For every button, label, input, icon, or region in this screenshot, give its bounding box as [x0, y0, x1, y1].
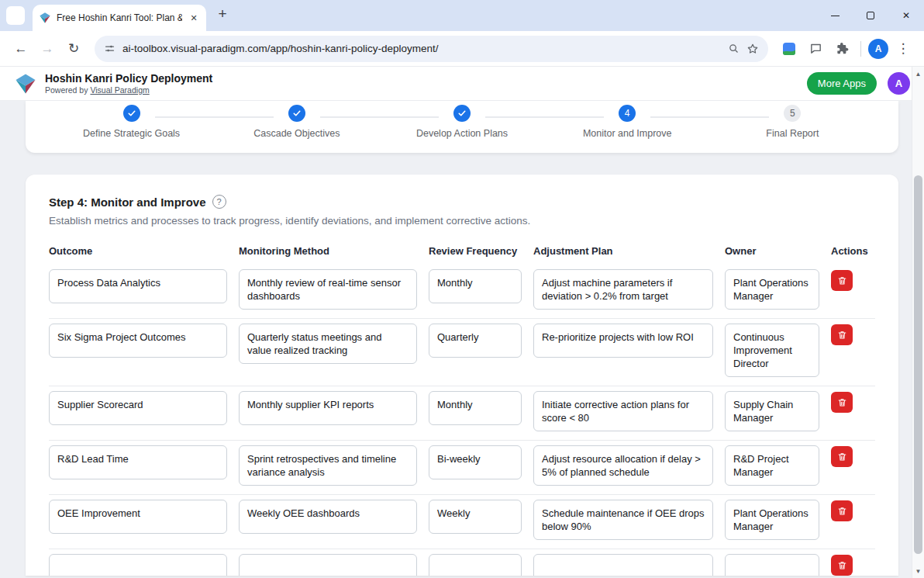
- delete-row-button[interactable]: [831, 270, 853, 291]
- outcome-field[interactable]: [49, 554, 227, 576]
- step-develop-action-plans[interactable]: Develop Action Plans: [379, 105, 544, 139]
- column-header-review-frequency: Review Frequency: [429, 245, 522, 257]
- adjustment-plan-field[interactable]: [533, 554, 713, 576]
- review-frequency-field[interactable]: [429, 554, 522, 576]
- monitoring-method-field[interactable]: Monthly review of real-time sensor dashb…: [239, 269, 417, 310]
- adjustment-plan-field[interactable]: Re-prioritize projects with low ROI: [533, 324, 713, 358]
- app-header: Hoshin Kanri Policy Deployment Powered b…: [0, 67, 924, 101]
- step-cascade-objectives[interactable]: Cascade Objectives: [214, 105, 379, 139]
- monitoring-method-field[interactable]: Weekly OEE dashboards: [239, 500, 417, 534]
- review-frequency-field[interactable]: Monthly: [429, 269, 522, 303]
- tab-favicon-icon: [39, 12, 51, 24]
- site-info-icon[interactable]: [104, 43, 116, 54]
- delete-row-button[interactable]: [831, 324, 853, 345]
- table-row: OEE Improvement Weekly OEE dashboards We…: [49, 495, 875, 549]
- step-number-badge: 4: [619, 105, 636, 122]
- step-final-report[interactable]: 5 Final Report: [710, 105, 875, 139]
- step-heading-row: Step 4: Monitor and Improve ?: [49, 195, 875, 209]
- monitoring-method-field[interactable]: Quarterly status meetings and value real…: [239, 324, 417, 364]
- monitoring-method-field[interactable]: Monthly supplier KPI reports: [239, 391, 417, 425]
- column-header-outcome: Outcome: [49, 245, 227, 257]
- more-apps-button[interactable]: More Apps: [807, 72, 877, 95]
- step-define-strategic-goals[interactable]: Define Strategic Goals: [49, 105, 214, 139]
- powered-by-text: Powered by: [45, 85, 88, 95]
- window-close-button[interactable]: ✕: [888, 0, 924, 31]
- page-scrollbar[interactable]: ▲ ▼: [912, 67, 924, 578]
- step-card: Step 4: Monitor and Improve ? Establish …: [26, 175, 898, 576]
- review-frequency-field[interactable]: Monthly: [429, 391, 522, 425]
- url-text: ai-toolbox.visual-paradigm.com/app/hoshi…: [122, 43, 721, 54]
- step-connector: [320, 116, 439, 118]
- new-tab-button[interactable]: +: [212, 4, 233, 24]
- visual-paradigm-link[interactable]: Visual Paradigm: [90, 85, 149, 95]
- back-button[interactable]: ←: [9, 37, 33, 61]
- tab-title: Free Hoshin Kanri Tool: Plan & E: [57, 12, 182, 23]
- browser-tab[interactable]: Free Hoshin Kanri Tool: Plan & E ✕: [33, 5, 206, 31]
- reload-button[interactable]: ↻: [62, 37, 85, 61]
- tab-search-button[interactable]: [6, 6, 25, 25]
- toolbar-divider: [860, 41, 861, 57]
- delete-row-button[interactable]: [831, 392, 853, 413]
- menu-icon[interactable]: ⋮: [891, 37, 915, 61]
- review-frequency-field[interactable]: Weekly: [429, 500, 522, 534]
- tab-close-icon[interactable]: ✕: [188, 12, 200, 24]
- step-label: Monitor and Improve: [583, 128, 672, 139]
- step-number-badge: 5: [784, 105, 801, 122]
- delete-row-button[interactable]: [831, 500, 853, 521]
- header-actions: More Apps A: [807, 72, 910, 95]
- owner-field[interactable]: Supply Chain Manager: [725, 391, 819, 431]
- monitoring-method-field[interactable]: Sprint retrospectives and timeline varia…: [239, 445, 417, 486]
- help-icon[interactable]: ?: [212, 195, 226, 209]
- column-header-monitoring-method: Monitoring Method: [239, 245, 417, 257]
- step-label: Final Report: [766, 128, 819, 139]
- window-controls: ✕: [817, 0, 924, 31]
- outcome-field[interactable]: R&D Lead Time: [49, 445, 227, 479]
- column-header-owner: Owner: [725, 245, 819, 257]
- adjustment-plan-field[interactable]: Initiate corrective action plans for sco…: [533, 391, 713, 431]
- step-completed-icon: [288, 105, 305, 122]
- step-connector: [485, 116, 604, 118]
- owner-field[interactable]: Continuous Improvement Director: [725, 324, 819, 377]
- pinned-extension-icon[interactable]: [777, 37, 801, 61]
- browser-profile-avatar[interactable]: A: [868, 39, 888, 59]
- outcome-field[interactable]: Six Sigma Project Outcomes: [49, 324, 227, 358]
- owner-field[interactable]: Plant Operations Manager: [725, 269, 819, 310]
- user-avatar[interactable]: A: [888, 72, 910, 95]
- owner-field[interactable]: Plant Operations Manager: [725, 500, 819, 540]
- monitoring-method-field[interactable]: [239, 554, 417, 576]
- forward-button[interactable]: →: [36, 37, 59, 61]
- outcome-field[interactable]: OEE Improvement: [49, 500, 227, 534]
- step-connector: [650, 116, 769, 118]
- scroll-down-icon[interactable]: ▼: [912, 566, 924, 576]
- scrollbar-thumb[interactable]: [914, 175, 922, 554]
- window-maximize-button[interactable]: [853, 0, 888, 31]
- zoom-icon[interactable]: [728, 43, 740, 54]
- browser-toolbar: ← → ↻ ai-toolbox.visual-paradigm.com/app…: [0, 31, 924, 67]
- review-frequency-field[interactable]: Quarterly: [429, 324, 522, 358]
- outcome-field[interactable]: Process Data Analytics: [49, 269, 227, 303]
- outcome-field[interactable]: Supplier Scorecard: [49, 391, 227, 425]
- step-label: Cascade Objectives: [253, 128, 340, 139]
- step-monitor-and-improve[interactable]: 4 Monitor and Improve: [545, 105, 710, 139]
- window-minimize-button[interactable]: [817, 0, 853, 31]
- delete-row-button[interactable]: [831, 555, 853, 576]
- address-bar[interactable]: ai-toolbox.visual-paradigm.com/app/hoshi…: [95, 36, 768, 62]
- review-frequency-field[interactable]: Bi-weekly: [429, 445, 522, 479]
- scroll-up-icon[interactable]: ▲: [912, 68, 924, 79]
- column-header-adjustment-plan: Adjustment Plan: [533, 245, 713, 257]
- owner-field[interactable]: R&D Project Manager: [725, 445, 819, 486]
- extensions-icon[interactable]: [830, 37, 853, 61]
- step-heading: Step 4: Monitor and Improve: [49, 196, 206, 209]
- step-completed-icon: [453, 105, 471, 122]
- owner-field[interactable]: [725, 554, 819, 576]
- bookmark-star-icon[interactable]: [746, 43, 759, 55]
- delete-row-button[interactable]: [831, 446, 853, 467]
- chat-icon[interactable]: [804, 37, 827, 61]
- adjustment-plan-field[interactable]: Schedule maintenance if OEE drops below …: [533, 500, 713, 540]
- browser-tab-strip: Free Hoshin Kanri Tool: Plan & E ✕ + ✕: [0, 0, 924, 31]
- table-row: R&D Lead Time Sprint retrospectives and …: [49, 441, 875, 495]
- adjustment-plan-field[interactable]: Adjust machine parameters if deviation >…: [533, 269, 713, 310]
- step-completed-icon: [123, 105, 140, 122]
- adjustment-plan-field[interactable]: Adjust resource allocation if delay > 5%…: [533, 445, 713, 486]
- table-row: Six Sigma Project Outcomes Quarterly sta…: [49, 319, 875, 386]
